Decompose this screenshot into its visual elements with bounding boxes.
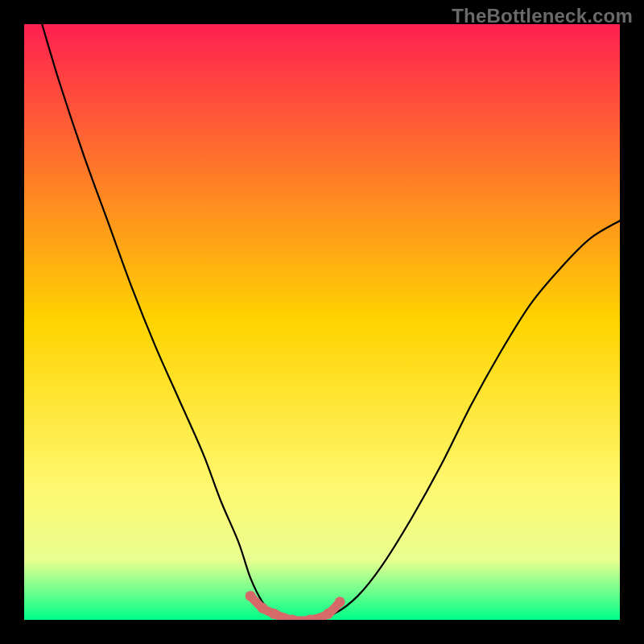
gradient-background xyxy=(24,24,620,620)
plot-area xyxy=(24,24,620,620)
highlight-dot xyxy=(258,603,268,613)
bottleneck-chart xyxy=(24,24,620,620)
chart-frame: TheBottleneck.com xyxy=(0,0,644,644)
highlight-dot xyxy=(323,609,333,619)
highlight-dot xyxy=(269,609,279,619)
highlight-dot xyxy=(246,591,256,601)
highlight-dot xyxy=(335,597,345,607)
